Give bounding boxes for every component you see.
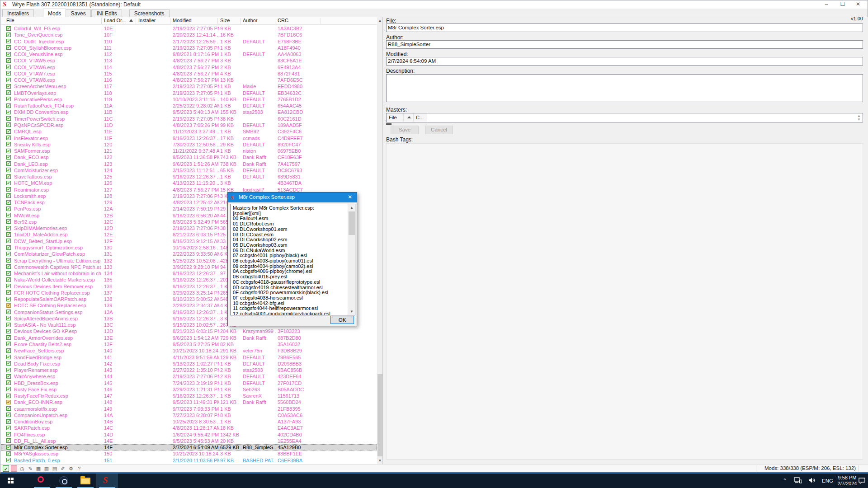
table-row[interactable]: ✓PQsNPCsSPCDR.esp11D4/8/2023 7:05:26 PM9… (1, 122, 377, 128)
masters-table[interactable]: File C... ▲ ▼ (386, 113, 863, 122)
mods-table-scrollbar[interactable]: ▲ ▼ (377, 17, 383, 464)
file-field[interactable]: M8r Complex Sorter.esp (386, 23, 863, 32)
mod-checkbox[interactable]: ✓ (6, 78, 11, 82)
mod-checkbox[interactable]: ✓ (6, 264, 11, 269)
mod-checkbox[interactable]: ✓ (6, 239, 11, 243)
mod-checkbox[interactable]: ✓ (6, 451, 11, 456)
mod-checkbox[interactable]: ✓ (6, 97, 11, 101)
modified-field[interactable]: 2/7/2024 6:54:09 AM (386, 57, 863, 66)
table-row[interactable]: ✓Bashed Patch, 0.esp1512/1/2020 11:03:56… (1, 457, 377, 464)
mod-checkbox[interactable]: ✓ (6, 355, 11, 359)
mod-checkbox[interactable]: ✓ (6, 39, 11, 43)
dialog-scroll-up-icon[interactable]: ▲ (348, 204, 355, 211)
mod-checkbox[interactable]: ✓ (6, 187, 11, 192)
table-row[interactable]: ✓Colorful_Wit_FG.esp10E2/19/2023 7:27:05… (1, 25, 377, 32)
mod-checkbox[interactable]: ✓ (6, 219, 11, 224)
table-row[interactable]: ✓ProvocativePerks.esp11910/10/2023 3:11:… (1, 96, 377, 103)
mod-checkbox[interactable]: ✓ (6, 206, 11, 211)
table-row[interactable]: ✓WaitAnywhere.esp1442/19/2023 7:27:06 PM… (1, 373, 377, 380)
masters-chevron-down-icon[interactable]: ▼ (856, 117, 862, 122)
column-header-installer[interactable]: Installer (138, 18, 156, 23)
table-row[interactable]: ✓CCOI_VenusNine.esp1129/8/2021 8:17:16 P… (1, 51, 377, 57)
mod-checkbox[interactable]: ✓ (6, 400, 11, 404)
mod-checkbox[interactable]: ✓ (6, 103, 11, 108)
table-row[interactable]: ✓Dank_LEO.esp1239/6/2023 1:51:26 AM738 K… (1, 161, 377, 167)
table-row[interactable]: ✓Tone_OverQueen.esp10F2/20/2023 12:41:14… (1, 32, 377, 38)
table-row[interactable]: ✓CCOI_VTAW6.esp1144/8/2023 7:56:27 PM2 K… (1, 64, 377, 70)
mod-checkbox[interactable]: ✓ (6, 45, 11, 50)
mod-checkbox[interactable]: ✓ (6, 445, 11, 450)
mod-checkbox[interactable]: ✓ (6, 310, 11, 314)
mod-checkbox[interactable]: ✓ (6, 387, 11, 391)
table-row[interactable]: ✓M8r Complex Sorter.esp14F2/7/2024 6:54:… (1, 444, 377, 450)
scroll-up-icon[interactable]: ▲ (377, 17, 383, 24)
scrollbar-thumb[interactable] (377, 374, 382, 456)
opera-gx[interactable] (31, 474, 53, 488)
tab-screenshots[interactable]: Screenshots (129, 9, 170, 17)
dialog-close-icon[interactable]: ✕ (343, 192, 357, 202)
table-row[interactable]: ✓Dead Body Fixer.esp1429/13/2023 1:02:27… (1, 361, 377, 367)
mod-checkbox[interactable]: ✓ (6, 284, 11, 288)
editor-icon[interactable]: ✎ (27, 465, 33, 472)
mod-checkbox[interactable]: ✓ (6, 142, 11, 146)
tab-saves[interactable]: Saves (66, 9, 90, 17)
scroll-down-icon[interactable]: ▼ (377, 457, 383, 464)
mod-checkbox[interactable]: ✓ (6, 290, 11, 295)
tab-installers[interactable]: Installers (2, 9, 34, 17)
wrye-flash[interactable]: S (96, 474, 118, 488)
table-row[interactable]: ✓InsElevator.esp11F9/16/2023 12:26:37 ..… (1, 135, 377, 141)
column-header-author[interactable]: Author (243, 18, 257, 23)
column-header-file[interactable]: File (6, 18, 14, 23)
mod-checkbox[interactable]: ✓ (6, 394, 11, 398)
table-row[interactable]: ✓CC_Outfit_Injector.esp1102/17/2023 12:2… (1, 38, 377, 45)
mod-checkbox[interactable]: ✓ (6, 232, 11, 237)
mod-checkbox[interactable]: ✓ (6, 136, 11, 140)
mod-checkbox[interactable]: ✓ (6, 419, 11, 424)
table-row[interactable]: ✓RutahTattooPack_FO4.esp11A2/25/2022 9:2… (1, 103, 377, 109)
mod-checkbox[interactable]: ✓ (6, 329, 11, 333)
table-row[interactable]: ✓LMBTOverlays.esp1182/19/2023 7:27:05 PM… (1, 90, 377, 96)
table-row[interactable]: ✓M8rYASglasses.esp15010/21/2023 10:18:24… (1, 450, 377, 457)
launch-app-icon[interactable]: ◷ (19, 465, 25, 472)
table-row[interactable]: ✓RustyFaceFixRedux.esp1479/16/2023 12:26… (1, 393, 377, 399)
mod-checkbox[interactable]: ✓ (6, 213, 11, 217)
mod-checkbox[interactable]: ✓ (6, 335, 11, 340)
mod-checkbox-icon[interactable]: ✓ (3, 465, 9, 472)
bash-tags-area[interactable] (386, 143, 863, 460)
masters-list[interactable]: Masters for M8r Complex Sorter.esp:[spoi… (230, 204, 355, 315)
mod-checkbox[interactable]: ✓ (6, 26, 11, 31)
table-row[interactable]: ✓Sneaky Kills.esp1207/30/2023 12:50:58 .… (1, 141, 377, 148)
table-row[interactable]: ✓CCOI_VTAW7.esp1154/8/2023 7:56:27 PM4 K… (1, 70, 377, 77)
doc-browser-icon[interactable]: ▤ (52, 465, 58, 472)
table-row[interactable]: ✓HBD_DressBox.esp1457/24/2023 3:19:19 PM… (1, 380, 377, 386)
description-field[interactable] (386, 74, 863, 102)
mod-checkbox[interactable]: ✓ (6, 181, 11, 185)
mod-checkbox[interactable]: ✓ (6, 110, 11, 114)
mod-checkbox[interactable]: ✓ (6, 432, 11, 436)
mod-checkbox[interactable]: ✓ (6, 122, 11, 127)
author-field[interactable]: R88_SimpleSorter (386, 40, 863, 49)
table-row[interactable]: ✓ScreenArcherMenu.esp1172/19/2023 7:27:0… (1, 83, 377, 89)
mod-checkbox[interactable]: ✓ (6, 413, 11, 417)
language-indicator[interactable]: ENG (822, 474, 833, 488)
table-row[interactable]: ✓SandFixedBridge.esp1414/11/2023 9:51:59… (1, 354, 377, 361)
table-row[interactable]: ✓Rusty Face Fix.esp1463/29/2023 1:21:31 … (1, 386, 377, 393)
network-icon[interactable] (794, 474, 802, 488)
table-row[interactable]: ✓DD_FL_LL_All.esp14E9/5/2023 5:45:53 AM2… (1, 438, 377, 444)
masters-hscroll-thumb[interactable] (386, 123, 392, 125)
mod-checkbox[interactable]: ✓ (6, 129, 11, 134)
masters-column-current[interactable]: C... (414, 113, 427, 122)
readme-icon[interactable]: ✐ (60, 465, 66, 472)
table-row[interactable]: ✓Dank_ECO.esp1229/5/2023 11:36:58 PM743 … (1, 154, 377, 160)
mod-checkbox[interactable]: ✓ (6, 193, 11, 198)
mod-checkbox[interactable]: ✓ (6, 226, 11, 230)
mod-checkbox[interactable]: ✓ (6, 342, 11, 346)
mod-checkbox[interactable]: ✓ (6, 348, 11, 353)
close-button[interactable]: ✕ (851, 0, 865, 8)
table-row[interactable]: ✓PlayerRenamer.esp1432/27/2022 1:35:10 P… (1, 367, 377, 373)
table-row[interactable]: ✓SlaveTattoos.esp1259/16/2023 12:26:37 .… (1, 174, 377, 180)
maximize-button[interactable]: ☐ (836, 0, 849, 8)
mod-checkbox[interactable]: ✓ (6, 458, 11, 462)
table-row[interactable]: ✓SAMFormer.esp12111/21/2022 9:37:48 AM1 … (1, 148, 377, 154)
column-header-modified[interactable]: Modified (173, 18, 192, 23)
